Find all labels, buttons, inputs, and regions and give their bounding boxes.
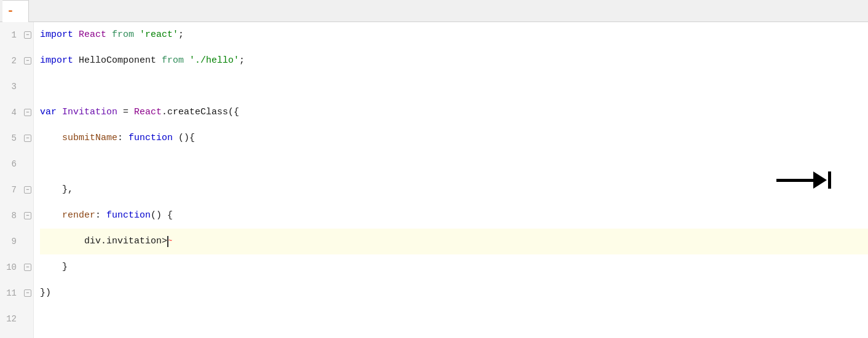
line-number-11: 11 xyxy=(0,280,22,306)
fold-gutter-1[interactable]: − xyxy=(22,31,34,39)
token: function xyxy=(128,125,173,151)
arrow-head xyxy=(813,171,827,189)
editor-body: 1−2−34−5−67−8−910−11−12 import React fro… xyxy=(0,22,868,338)
line-number-7: 7 xyxy=(0,177,22,203)
fold-icon-4[interactable]: − xyxy=(24,109,31,116)
token: } xyxy=(40,254,68,280)
jsx-badge xyxy=(9,10,12,12)
token: submitName xyxy=(62,125,117,151)
line-number-3: 3 xyxy=(0,74,22,100)
fold-gutter-11[interactable]: − xyxy=(22,289,34,297)
token: import xyxy=(40,22,79,48)
gutter-row-10: 10− xyxy=(0,254,33,280)
completion-arrow xyxy=(776,171,831,189)
code-line-7: }, xyxy=(40,177,868,203)
fold-icon-7[interactable]: − xyxy=(24,186,31,194)
token xyxy=(40,203,62,229)
token: }, xyxy=(40,177,73,203)
token: (){ xyxy=(173,125,195,151)
code-line-9: div.invitation>~ xyxy=(40,229,868,254)
code-line-6 xyxy=(40,151,868,177)
fold-gutter-10[interactable]: − xyxy=(22,264,34,271)
token: React xyxy=(79,22,106,48)
line-number-9: 9 xyxy=(0,229,22,254)
code-line-12 xyxy=(40,306,868,332)
token: : xyxy=(117,125,128,151)
token: 'react' xyxy=(140,22,178,48)
code-line-11: }) xyxy=(40,280,868,306)
code-area[interactable]: import React from 'react';import HelloCo… xyxy=(34,22,868,338)
code-line-2: import HelloComponent from './hello'; xyxy=(40,48,868,74)
fold-gutter-7[interactable]: − xyxy=(22,186,34,194)
code-line-5: submitName: function (){ xyxy=(40,125,868,151)
error-indicator: ~ xyxy=(168,229,172,254)
token xyxy=(40,125,62,151)
line-number-12: 12 xyxy=(0,306,22,332)
fold-icon-10[interactable]: − xyxy=(24,264,31,271)
gutter-row-3: 3 xyxy=(0,74,33,100)
gutter-row-12: 12 xyxy=(0,306,33,332)
token: = xyxy=(117,100,134,125)
token: ; xyxy=(178,22,184,48)
token: }) xyxy=(40,280,51,306)
gutter-row-6: 6 xyxy=(0,151,33,177)
arrow-shaft xyxy=(776,179,813,182)
token: import xyxy=(40,48,79,74)
token: div.invitation> xyxy=(40,229,167,254)
gutter-row-5: 5− xyxy=(0,125,33,151)
gutter-row-7: 7− xyxy=(0,177,33,203)
token: : xyxy=(95,203,106,229)
gutter-row-8: 8− xyxy=(0,203,33,229)
line-number-8: 8 xyxy=(0,203,22,229)
code-line-4: var Invitation = React.createClass({ xyxy=(40,100,868,125)
fold-icon-8[interactable]: − xyxy=(24,212,31,219)
token: () { xyxy=(151,203,173,229)
gutter-row-1: 1− xyxy=(0,22,33,48)
fold-gutter-8[interactable]: − xyxy=(22,212,34,219)
fold-gutter-5[interactable]: − xyxy=(22,135,34,142)
line-number-10: 10 xyxy=(0,254,22,280)
token: React xyxy=(134,100,162,125)
gutter-row-11: 11− xyxy=(0,280,33,306)
code-line-10: } xyxy=(40,254,868,280)
line-number-4: 4 xyxy=(0,100,22,125)
tab-completion-jsx[interactable] xyxy=(2,0,29,22)
fold-icon-2[interactable]: − xyxy=(24,57,31,65)
arrow-vertical-bar xyxy=(828,171,831,189)
token: ; xyxy=(239,48,245,74)
token: './hello' xyxy=(189,48,239,74)
code-line-1: import React from 'react'; xyxy=(40,22,868,48)
token: render xyxy=(62,203,95,229)
fold-icon-5[interactable]: − xyxy=(24,135,31,142)
gutter-row-4: 4− xyxy=(0,100,33,125)
token: function xyxy=(106,203,151,229)
gutter-row-2: 2− xyxy=(0,48,33,74)
editor-container: 1−2−34−5−67−8−910−11−12 import React fro… xyxy=(0,0,868,338)
line-number-gutter: 1−2−34−5−67−8−910−11−12 xyxy=(0,22,34,338)
token: .createClass({ xyxy=(162,100,239,125)
line-number-1: 1 xyxy=(0,22,22,48)
fold-icon-11[interactable]: − xyxy=(24,289,31,297)
fold-gutter-4[interactable]: − xyxy=(22,109,34,116)
gutter-row-9: 9 xyxy=(0,229,33,254)
tab-bar xyxy=(0,0,868,22)
fold-icon-1[interactable]: − xyxy=(24,31,31,39)
token: Invitation xyxy=(62,100,117,125)
token: from xyxy=(156,48,189,74)
fold-gutter-2[interactable]: − xyxy=(22,57,34,65)
token: var xyxy=(40,100,62,125)
line-number-6: 6 xyxy=(0,151,22,177)
code-line-3 xyxy=(40,74,868,100)
token: HelloComponent xyxy=(79,48,156,74)
code-line-8: render: function() { xyxy=(40,203,868,229)
line-number-5: 5 xyxy=(0,125,22,151)
line-number-2: 2 xyxy=(0,48,22,74)
token: from xyxy=(106,22,140,48)
